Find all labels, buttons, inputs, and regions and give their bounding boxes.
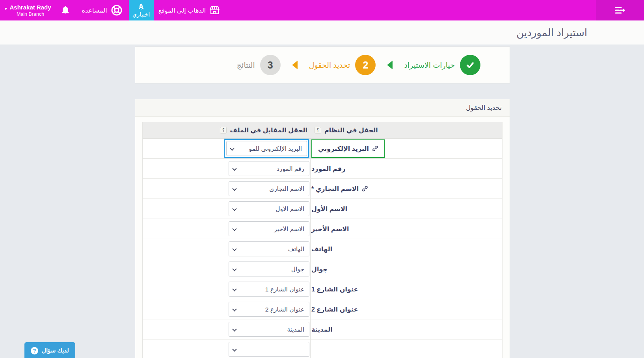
go-to-site-item[interactable]: الذهاب إلى الموقع xyxy=(158,6,220,15)
file-field-cell: الاسم التجارى xyxy=(143,179,311,198)
have-a-question-button[interactable]: لديك سؤال ? xyxy=(24,342,75,358)
system-field-cell: عنوان الشارع 2 xyxy=(311,299,502,319)
caret-down-icon: ▾ xyxy=(5,6,7,11)
help-tooltip-icon[interactable]: ؟ xyxy=(220,127,227,134)
file-field-cell: رقم المورد xyxy=(143,159,311,178)
file-field-cell: عنوان الشارع 2 xyxy=(143,299,311,319)
system-field-label: عنوان الشارع 2 xyxy=(311,306,358,313)
trial-label: اختباري xyxy=(132,11,150,18)
trial-mode-tab[interactable]: اختباري xyxy=(129,0,154,20)
step-map-fields[interactable]: 2 تحديد الحقول xyxy=(309,55,376,75)
table-row: البريد الإلكترونيالبريد الإلكتروني للمو xyxy=(143,139,502,159)
notifications-button[interactable] xyxy=(61,5,70,15)
page-header: استيراد الموردين xyxy=(0,20,644,45)
file-field-cell: جوال xyxy=(143,259,311,279)
step-results[interactable]: 3 النتائج xyxy=(237,55,281,75)
file-field-select[interactable]: المدينة xyxy=(229,322,309,337)
file-field-select[interactable] xyxy=(229,342,309,357)
table-row: عنوان الشارع 2عنوان الشارع 2 xyxy=(143,299,502,319)
step-3-circle[interactable]: 3 xyxy=(260,55,281,75)
system-field-label: المدينة xyxy=(311,326,333,333)
system-field-cell: الاسم الأخير xyxy=(311,219,502,239)
import-stepper: خيارات الاستيراد 2 تحديد الحقول 3 النتائ… xyxy=(135,46,510,83)
file-field-select[interactable]: البريد الإلكتروني للمو xyxy=(226,141,307,156)
map-fields-panel: تحديد الحقول الحقل في النظام ؟ الحقل الم… xyxy=(135,99,510,358)
user-menu[interactable]: ▾ Ashrakat Rady Main Branch xyxy=(5,4,51,17)
help-menu-item[interactable]: المساعده xyxy=(82,4,123,16)
file-field-select[interactable]: جوال xyxy=(229,262,309,276)
system-field-cell: الاسم الأول xyxy=(311,199,502,219)
system-field-header-label: الحقل في النظام xyxy=(324,126,378,134)
system-field-label: الاسم الأخير xyxy=(311,225,349,233)
panel-title: تحديد الحقول xyxy=(135,99,510,117)
mapping-table-body: البريد الإلكترونيالبريد الإلكتروني للمور… xyxy=(143,139,502,358)
table-row: رقم الموردرقم المورد xyxy=(143,159,502,179)
question-circle-icon: ? xyxy=(31,347,38,354)
link-icon xyxy=(362,185,368,192)
step-3-label: النتائج xyxy=(237,61,255,70)
matched-field-highlight: البريد الإلكتروني xyxy=(311,139,385,158)
file-field-select[interactable]: الاسم الأخير xyxy=(229,221,309,236)
have-a-question-label: لديك سؤال xyxy=(42,347,69,354)
step-2-label: تحديد الحقول xyxy=(309,61,350,70)
file-field-select[interactable]: عنوان الشارع 2 xyxy=(229,302,309,317)
file-field-cell: الاسم الأخير xyxy=(143,219,311,239)
table-row: الاسم الأولالاسم الأول xyxy=(143,199,502,219)
system-field-cell: البريد الإلكتروني xyxy=(311,139,502,158)
link-icon xyxy=(372,145,378,152)
system-field-cell xyxy=(311,339,502,358)
user-name: Ashrakat Rady xyxy=(10,4,51,11)
step-import-options[interactable]: خيارات الاستيراد xyxy=(404,55,480,75)
system-field-cell: الهاتف xyxy=(311,239,502,259)
file-field-header: الحقل المقابل في الملف ؟ xyxy=(143,122,311,138)
file-field-select[interactable]: الاسم الأول xyxy=(229,201,309,216)
system-field-header: الحقل في النظام ؟ xyxy=(311,122,502,138)
bell-icon xyxy=(61,5,70,15)
file-field-cell xyxy=(143,339,311,358)
system-field-cell: جوال xyxy=(311,259,502,279)
rocket-icon xyxy=(138,3,145,11)
help-label: المساعده xyxy=(82,7,107,14)
system-field-label: رقم المورد xyxy=(311,165,345,173)
table-row xyxy=(143,339,502,358)
file-field-select[interactable]: الاسم التجارى xyxy=(229,181,309,196)
go-to-site-label: الذهاب إلى الموقع xyxy=(158,7,206,14)
sidebar-toggle-button[interactable] xyxy=(596,0,644,20)
system-field-label: البريد الإلكتروني xyxy=(318,145,369,152)
topbar: ▾ Ashrakat Rady Main Branch المساعده xyxy=(0,0,644,20)
step-2-circle[interactable]: 2 xyxy=(355,55,376,75)
file-field-cell: البريد الإلكتروني للمو xyxy=(143,139,311,158)
table-row: الاسم الأخيرالاسم الأخير xyxy=(143,219,502,239)
file-field-cell: الاسم الأول xyxy=(143,199,311,219)
system-field-label: الاسم التجاري * xyxy=(311,185,359,193)
user-branch: Main Branch xyxy=(17,11,44,17)
file-field-cell: عنوان الشارع 1 xyxy=(143,279,311,299)
step-arrow-icon xyxy=(292,61,298,69)
collapse-menu-icon xyxy=(614,5,626,15)
system-field-label: عنوان الشارع 1 xyxy=(311,286,358,293)
file-field-cell: المدينة xyxy=(143,319,311,339)
file-field-select[interactable]: الهاتف xyxy=(229,241,309,256)
page-title: استيراد الموردين xyxy=(516,26,587,39)
step-1-circle[interactable] xyxy=(460,55,480,75)
system-field-label: الهاتف xyxy=(311,245,332,253)
selected-mapping-highlight: البريد الإلكتروني للمو xyxy=(224,139,309,158)
step-arrow-icon xyxy=(387,61,393,69)
file-field-cell: الهاتف xyxy=(143,239,311,259)
file-field-select[interactable]: عنوان الشارع 1 xyxy=(229,282,309,297)
system-field-cell: رقم المورد xyxy=(311,159,502,178)
file-field-header-label: الحقل المقابل في الملف xyxy=(230,126,307,134)
app-screen: ▾ Ashrakat Rady Main Branch المساعده xyxy=(0,0,644,358)
table-row: جوالجوال xyxy=(143,259,502,279)
check-icon xyxy=(465,60,475,70)
file-field-select[interactable]: رقم المورد xyxy=(229,161,309,176)
step-1-label: خيارات الاستيراد xyxy=(404,61,455,70)
table-row: عنوان الشارع 1عنوان الشارع 1 xyxy=(143,279,502,299)
help-tooltip-icon[interactable]: ؟ xyxy=(315,127,321,134)
store-icon xyxy=(209,6,220,15)
system-field-label: جوال xyxy=(311,265,328,273)
mapping-table-header: الحقل في النظام ؟ الحقل المقابل في الملف… xyxy=(143,122,502,139)
system-field-cell: الاسم التجاري * xyxy=(311,179,502,198)
mapping-table: الحقل في النظام ؟ الحقل المقابل في الملف… xyxy=(142,122,503,358)
system-field-label: الاسم الأول xyxy=(311,205,347,213)
